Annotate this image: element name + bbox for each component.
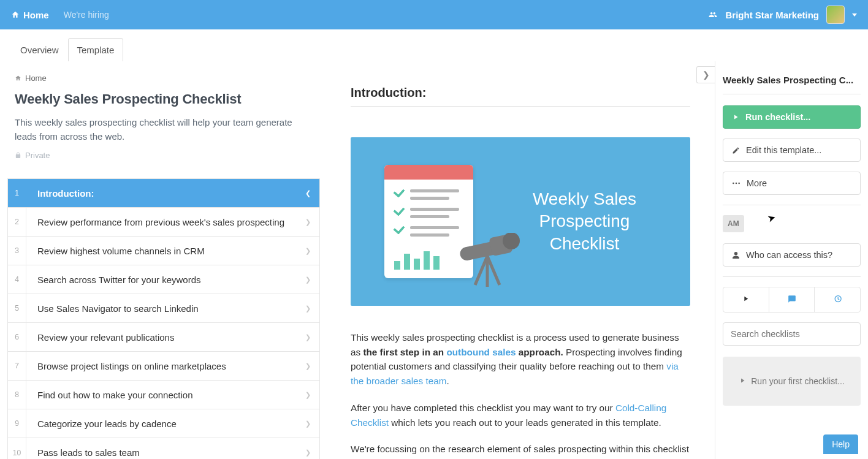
side-tab-row (723, 287, 861, 313)
step-item[interactable]: 7 Browse project listings on online mark… (8, 352, 319, 381)
breadcrumb-home: Home (25, 74, 47, 83)
page-title: Weekly Sales Prospecting Checklist (15, 91, 320, 107)
side-title: Weekly Sales Prospecting C... (723, 75, 861, 94)
tab-template[interactable]: Template (68, 38, 124, 61)
chevron-right-icon: ❯ (305, 276, 319, 284)
step-item[interactable]: 5 Use Sales Navigator to search Linkedin… (8, 294, 319, 323)
chevron-right-icon: ❯ (305, 247, 319, 255)
body-text: This weekly sales prospecting checklist … (351, 330, 690, 459)
step-number: 9 (8, 409, 26, 438)
search-input[interactable] (723, 322, 861, 346)
content-pane: ❯ Introduction: Weekly Sales Prosp (320, 61, 715, 459)
step-number: 4 (8, 265, 26, 294)
account-menu-caret-icon[interactable] (852, 13, 857, 17)
step-label: Introduction: (26, 188, 305, 199)
step-label: Review your relevant publications (26, 332, 305, 343)
history-icon (833, 294, 842, 305)
step-number: 6 (8, 323, 26, 351)
step-label: Categorize your leads by cadence (26, 419, 305, 429)
svg-point-3 (733, 183, 734, 184)
step-label: Browse project listings on online market… (26, 361, 305, 371)
step-label: Search across Twitter for your keywords (26, 275, 305, 285)
left-pane: Home Weekly Sales Prospecting Checklist … (0, 61, 320, 459)
hiring-link[interactable]: We're hiring (64, 10, 109, 20)
step-item[interactable]: 8 Find out how to make your connection ❯ (8, 381, 319, 409)
chevron-right-icon: ❯ (305, 449, 319, 457)
step-item[interactable]: 9 Categorize your leads by cadence ❯ (8, 409, 319, 438)
step-number: 8 (8, 381, 26, 409)
step-label: Use Sales Navigator to search Linkedin (26, 303, 305, 314)
telescope-illustration (454, 233, 521, 290)
right-pane: Weekly Sales Prospecting C... Run checkl… (715, 61, 868, 459)
top-bar: Home We're hiring Bright Star Marketing (0, 0, 868, 29)
chevron-right-icon: ❯ (305, 420, 319, 428)
step-item[interactable]: 6 Review your relevant publications ❯ (8, 323, 319, 352)
side-tab-play[interactable] (723, 287, 769, 312)
org-name[interactable]: Bright Star Marketing (725, 10, 819, 20)
run-first-checklist-button[interactable]: Run your first checklist... (723, 357, 861, 406)
edit-template-button[interactable]: Edit this template... (723, 138, 861, 162)
step-item[interactable]: 2 Review performance from previous week'… (8, 208, 319, 237)
hero-banner: Weekly Sales Prospecting Checklist (351, 137, 690, 306)
step-item[interactable]: 4 Search across Twitter for your keyword… (8, 265, 319, 294)
initials-badge[interactable]: AM (723, 215, 744, 232)
step-item[interactable]: 3 Review highest volume channels in CRM … (8, 237, 319, 265)
home-label: Home (23, 10, 49, 20)
step-number: 5 (8, 294, 26, 322)
home-link[interactable]: Home (11, 10, 49, 20)
chevron-left-icon: ❮ (305, 189, 319, 197)
play-icon (732, 113, 739, 121)
step-number: 10 (8, 438, 26, 459)
play-icon (742, 295, 750, 305)
pencil-icon (732, 146, 740, 154)
tab-overview[interactable]: Overview (11, 38, 68, 61)
step-number: 1 (8, 179, 26, 207)
chevron-right-icon: ❯ (305, 333, 319, 341)
collapse-panel-button[interactable]: ❯ (696, 66, 715, 83)
lock-icon (15, 152, 21, 159)
step-item[interactable]: 1 Introduction: ❮ (8, 179, 319, 208)
side-tab-history[interactable] (815, 287, 860, 312)
page-description: This weekly sales prospecting checklist … (15, 116, 303, 143)
step-label: Pass leads to sales team (26, 447, 305, 458)
ellipsis-icon (732, 181, 740, 185)
search-checklists[interactable] (723, 322, 861, 346)
play-icon (739, 376, 746, 386)
run-checklist-button[interactable]: Run checklist... (723, 105, 861, 129)
home-icon (11, 10, 20, 19)
chevron-right-icon: ❯ (305, 218, 319, 226)
svg-point-4 (736, 183, 737, 184)
chevron-right-icon: ❯ (305, 391, 319, 399)
org-icon (708, 10, 718, 19)
help-button[interactable]: Help (823, 434, 858, 454)
who-can-access-button[interactable]: Who can access this? (723, 243, 861, 267)
more-button[interactable]: More (723, 172, 861, 195)
step-label: Find out how to make your connection (26, 390, 305, 400)
outbound-sales-link[interactable]: outbound sales (446, 347, 516, 357)
side-tab-comments[interactable] (769, 287, 815, 312)
step-label: Review highest volume channels in CRM (26, 246, 305, 256)
tabs-row: Overview Template (0, 29, 868, 61)
breadcrumb[interactable]: Home (15, 74, 320, 83)
step-label: Review performance from previous week's … (26, 217, 305, 227)
svg-point-5 (738, 183, 740, 184)
step-number: 2 (8, 208, 26, 236)
avatar[interactable] (826, 6, 845, 24)
section-heading: Introduction: (351, 86, 690, 107)
person-icon (732, 251, 740, 259)
hero-title: Weekly Sales Prospecting Checklist (503, 188, 666, 255)
steps-list: 1 Introduction: ❮ 2 Review performance f… (7, 178, 320, 459)
chevron-right-icon: ❯ (702, 70, 710, 80)
step-item[interactable]: 10 Pass leads to sales team ❯ (8, 438, 319, 459)
comments-icon (787, 295, 797, 305)
chevron-right-icon: ❯ (305, 362, 319, 370)
step-number: 3 (8, 237, 26, 265)
chevron-right-icon: ❯ (305, 305, 319, 313)
privacy-label: Private (25, 151, 50, 160)
home-icon (15, 75, 21, 82)
svg-point-2 (503, 233, 520, 249)
privacy-indicator: Private (15, 151, 320, 160)
step-number: 7 (8, 352, 26, 380)
